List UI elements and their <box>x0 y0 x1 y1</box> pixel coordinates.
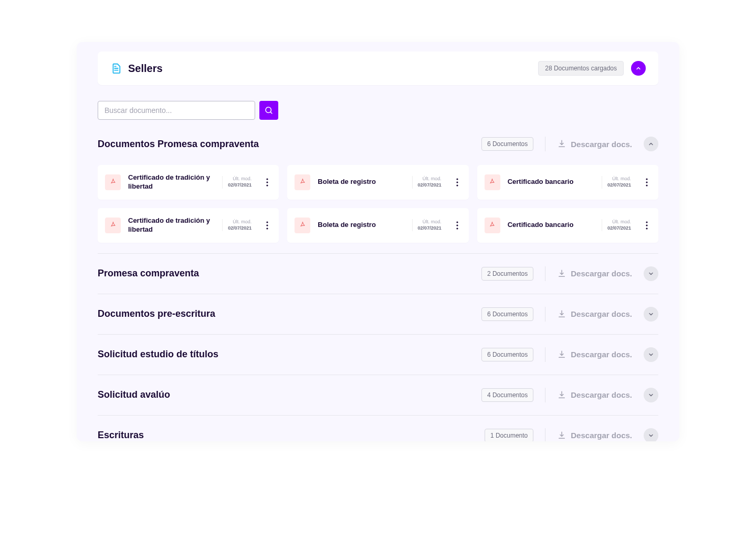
svg-point-7 <box>646 178 647 180</box>
download-label: Descargar docs. <box>571 309 632 318</box>
content-area: Documentos Promesa compraventa 6 Documen… <box>98 120 658 441</box>
svg-point-18 <box>646 227 647 229</box>
divider <box>545 347 545 362</box>
last-modified-label: Últ. mod. <box>612 176 631 182</box>
document-meta: Últ. mod. 02/07/2021 <box>222 176 255 188</box>
pdf-icon <box>295 218 310 233</box>
last-modified-label: Últ. mod. <box>233 176 251 182</box>
document-menu-button[interactable] <box>642 178 652 187</box>
section-header-expanded: Documentos Promesa compraventa 6 Documen… <box>98 120 658 156</box>
section-actions: 4 Documentos Descargar docs. <box>481 388 658 402</box>
download-label: Descargar docs. <box>571 269 632 278</box>
svg-point-6 <box>456 184 458 186</box>
svg-point-15 <box>456 227 458 229</box>
section-actions: 6 Documentos Descargar docs. <box>481 347 658 362</box>
collapse-panel-button[interactable] <box>631 61 646 76</box>
section-doc-badge: 2 Documentos <box>481 267 533 281</box>
expand-section-button[interactable] <box>644 347 658 362</box>
section-title: Solicitud estudio de títulos <box>98 349 218 360</box>
section-actions: 1 Documento Descargar docs. <box>485 428 658 441</box>
document-meta: Últ. mod. 02/07/2021 <box>412 176 445 188</box>
last-modified-label: Últ. mod. <box>423 176 442 182</box>
expand-section-button[interactable] <box>644 307 658 322</box>
collapsed-section-row: Promesa compraventa 2 Documentos Descarg… <box>98 254 658 294</box>
last-modified-date: 02/07/2021 <box>418 225 442 232</box>
download-docs-button[interactable]: Descargar docs. <box>557 269 632 278</box>
section-doc-badge: 6 Documentos <box>481 307 533 321</box>
search-input-wrap <box>98 101 255 120</box>
document-card[interactable]: Boleta de registro Últ. mod. 02/07/2021 <box>287 165 468 200</box>
search-button[interactable] <box>259 101 278 120</box>
download-docs-button[interactable]: Descargar docs. <box>557 139 632 149</box>
last-modified-date: 02/07/2021 <box>418 182 442 189</box>
document-meta: Últ. mod. 02/07/2021 <box>222 219 255 231</box>
download-label: Descargar docs. <box>571 350 632 359</box>
pdf-icon <box>485 218 500 233</box>
svg-point-11 <box>267 224 268 226</box>
download-docs-button[interactable]: Descargar docs. <box>557 350 632 359</box>
download-docs-button[interactable]: Descargar docs. <box>557 390 632 400</box>
document-name: Certificado bancario <box>508 221 594 230</box>
document-card[interactable]: Certificado bancario Últ. mod. 02/07/202… <box>477 208 658 243</box>
document-menu-button[interactable] <box>262 178 272 187</box>
header-left: Sellers <box>110 63 163 74</box>
document-menu-button[interactable] <box>642 221 652 230</box>
download-docs-button[interactable]: Descargar docs. <box>557 431 632 440</box>
file-icon <box>110 63 122 74</box>
main-panel: Sellers 28 Documentos cargados <box>77 42 679 441</box>
divider <box>545 388 545 402</box>
document-card[interactable]: Certificado de tradición y libertad Últ.… <box>98 165 279 200</box>
section-actions: 2 Documentos Descargar docs. <box>481 266 658 281</box>
outer-frame: Sellers 28 Documentos cargados <box>38 0 718 483</box>
divider <box>545 307 545 322</box>
document-card[interactable]: Certificado de tradición y libertad Últ.… <box>98 208 279 243</box>
document-card[interactable]: Boleta de registro Últ. mod. 02/07/2021 <box>287 208 468 243</box>
document-meta: Últ. mod. 02/07/2021 <box>602 176 634 188</box>
document-card[interactable]: Certificado bancario Últ. mod. 02/07/202… <box>477 165 658 200</box>
svg-point-3 <box>267 184 268 186</box>
svg-point-10 <box>267 221 268 223</box>
download-docs-button[interactable]: Descargar docs. <box>557 309 632 319</box>
document-name: Boleta de registro <box>318 221 404 230</box>
document-menu-button[interactable] <box>452 221 463 230</box>
section-actions: 6 Documentos Descargar docs. <box>481 137 658 151</box>
svg-point-13 <box>456 221 458 223</box>
section-doc-badge: 4 Documentos <box>481 388 533 402</box>
expand-section-button[interactable] <box>644 388 658 402</box>
svg-point-12 <box>267 227 268 229</box>
last-modified-date: 02/07/2021 <box>607 225 631 232</box>
collapsed-sections: Promesa compraventa 2 Documentos Descarg… <box>98 254 658 441</box>
section-doc-badge: 6 Documentos <box>481 348 533 361</box>
svg-point-2 <box>267 181 268 183</box>
document-meta: Últ. mod. 02/07/2021 <box>602 219 634 231</box>
document-menu-button[interactable] <box>452 178 463 187</box>
pdf-icon <box>295 174 310 190</box>
expand-section-button[interactable] <box>644 266 658 281</box>
svg-point-8 <box>646 181 647 183</box>
collapse-section-button[interactable] <box>644 137 658 151</box>
search-row <box>98 101 658 120</box>
last-modified-date: 02/07/2021 <box>228 182 251 189</box>
search-input[interactable] <box>98 101 255 119</box>
expand-section-button[interactable] <box>644 428 658 441</box>
download-label: Descargar docs. <box>571 431 632 440</box>
last-modified-date: 02/07/2021 <box>607 182 631 189</box>
collapsed-section-row: Documentos pre-escritura 6 Documentos De… <box>98 294 658 334</box>
svg-point-5 <box>456 181 458 183</box>
document-menu-button[interactable] <box>262 221 272 230</box>
divider <box>545 266 545 281</box>
pdf-icon <box>105 218 121 233</box>
svg-point-14 <box>456 224 458 226</box>
download-label: Descargar docs. <box>571 390 632 399</box>
document-name: Boleta de registro <box>318 178 404 187</box>
section-doc-badge: 6 Documentos <box>481 137 533 151</box>
section-title: Promesa compraventa <box>98 268 199 279</box>
header-card: Sellers 28 Documentos cargados <box>98 51 658 85</box>
svg-point-4 <box>456 178 458 180</box>
section-title: Documentos Promesa compraventa <box>98 139 259 150</box>
document-name: Certificado de tradición y libertad <box>128 216 215 234</box>
header-right: 28 Documentos cargados <box>538 61 646 76</box>
divider <box>545 428 545 441</box>
document-meta: Últ. mod. 02/07/2021 <box>412 219 445 231</box>
pdf-icon <box>105 174 121 190</box>
